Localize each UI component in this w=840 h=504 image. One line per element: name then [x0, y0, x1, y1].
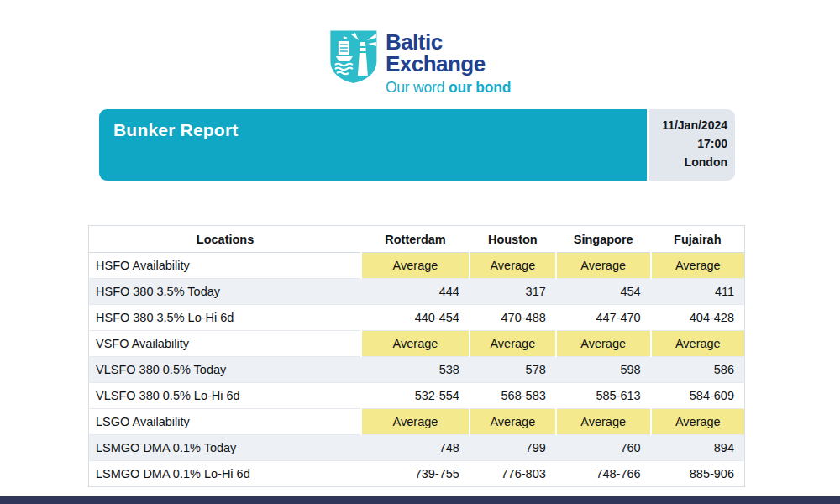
table-row: LSMGO DMA 0.1% Today748799760894 [89, 435, 745, 461]
page-title: Bunker Report [113, 120, 647, 140]
cell-fujairah: 586 [651, 357, 745, 383]
table-body: HSFO AvailabilityAverageAverageAverageAv… [89, 253, 745, 487]
row-label: VLSFO 380 0.5% Today [89, 357, 362, 383]
table-row: HSFO 380 3.5% Lo-Hi 6d440-454470-488447-… [89, 305, 745, 331]
table-header-row: LocationsRotterdamHoustonSingaporeFujair… [89, 226, 745, 253]
cell-rotterdam: Average [361, 331, 470, 357]
cell-houston: Average [470, 331, 556, 357]
cell-houston: 776-803 [470, 461, 556, 487]
table-row: VLSFO 380 0.5% Lo-Hi 6d532-554568-583585… [89, 383, 745, 409]
cell-singapore: Average [556, 409, 651, 435]
cell-houston: Average [470, 409, 556, 435]
table-row: LSMGO DMA 0.1% Lo-Hi 6d739-755776-803748… [89, 461, 745, 487]
cell-singapore: 748-766 [556, 461, 651, 487]
cell-singapore: 598 [556, 357, 651, 383]
table-row: VSFO AvailabilityAverageAverageAverageAv… [89, 331, 745, 357]
cell-fujairah: Average [651, 253, 745, 279]
logo-text-block: Baltic Exchange Our word our bond [386, 29, 511, 97]
cell-fujairah: 584-609 [651, 383, 745, 409]
logo-tagline: Our word our bond [386, 79, 511, 97]
column-header-fujairah: Fujairah [651, 226, 745, 253]
row-label: LSMGO DMA 0.1% Today [89, 435, 362, 461]
table-row: LSGO AvailabilityAverageAverageAverageAv… [89, 409, 745, 435]
cell-rotterdam: 444 [361, 279, 470, 305]
cell-rotterdam: Average [361, 409, 470, 435]
cell-rotterdam: Average [361, 253, 470, 279]
cell-singapore: Average [556, 253, 651, 279]
cell-singapore: 447-470 [556, 305, 651, 331]
table-row: VLSFO 380 0.5% Today538578598586 [89, 357, 745, 383]
row-label: VLSFO 380 0.5% Lo-Hi 6d [89, 383, 362, 409]
cell-fujairah: 411 [651, 279, 745, 305]
report-header-bar: Bunker Report 11/Jan/2024 17:00 London [99, 109, 735, 181]
row-label: HSFO Availability [89, 253, 362, 279]
cell-rotterdam: 538 [361, 357, 470, 383]
row-label: HSFO 380 3.5% Lo-Hi 6d [89, 305, 362, 331]
column-header-locations: Locations [89, 226, 362, 253]
tagline-bold: our bond [449, 79, 511, 96]
cell-rotterdam: 748 [361, 435, 470, 461]
report-city: London [649, 153, 727, 171]
column-header-houston: Houston [470, 226, 556, 253]
table-row: HSFO 380 3.5% Today444317454411 [89, 279, 745, 305]
table-row: HSFO AvailabilityAverageAverageAverageAv… [89, 253, 745, 279]
report-title-panel: Bunker Report [99, 109, 647, 181]
cell-houston: 317 [470, 279, 556, 305]
cell-singapore: 454 [556, 279, 651, 305]
report-date-panel: 11/Jan/2024 17:00 London [649, 109, 735, 181]
cell-fujairah: Average [651, 409, 745, 435]
logo-name-line1: Baltic [386, 31, 511, 53]
table-header: LocationsRotterdamHoustonSingaporeFujair… [89, 226, 745, 253]
cell-houston: 470-488 [470, 305, 556, 331]
bunker-prices-table: LocationsRotterdamHoustonSingaporeFujair… [88, 225, 745, 487]
baltic-exchange-logo: Baltic Exchange Our word our bond [329, 29, 511, 97]
cell-fujairah: 885-906 [651, 461, 745, 487]
row-label: VSFO Availability [89, 331, 362, 357]
cell-fujairah: 404-428 [651, 305, 745, 331]
report-time: 17:00 [649, 134, 727, 153]
cell-singapore: 760 [556, 435, 651, 461]
row-label: LSGO Availability [89, 409, 362, 435]
report-date: 11/Jan/2024 [649, 116, 727, 134]
tagline-regular: Our word [386, 79, 449, 96]
cell-houston: 568-583 [470, 383, 556, 409]
cell-fujairah: Average [651, 331, 745, 357]
cell-singapore: Average [556, 331, 651, 357]
cell-rotterdam: 739-755 [361, 461, 470, 487]
cell-rotterdam: 440-454 [361, 305, 470, 331]
cell-houston: 578 [470, 357, 556, 383]
cell-fujairah: 894 [651, 435, 745, 461]
row-label: LSMGO DMA 0.1% Lo-Hi 6d [89, 461, 362, 487]
baltic-exchange-shield-icon [329, 29, 378, 85]
cell-houston: Average [470, 253, 556, 279]
cell-houston: 799 [470, 435, 556, 461]
cell-rotterdam: 532-554 [361, 383, 470, 409]
logo-name-line2: Exchange [386, 53, 511, 75]
cell-singapore: 585-613 [556, 383, 651, 409]
row-label: HSFO 380 3.5% Today [89, 279, 362, 305]
footer-rule [0, 496, 840, 504]
column-header-rotterdam: Rotterdam [361, 226, 470, 253]
column-header-singapore: Singapore [556, 226, 651, 253]
